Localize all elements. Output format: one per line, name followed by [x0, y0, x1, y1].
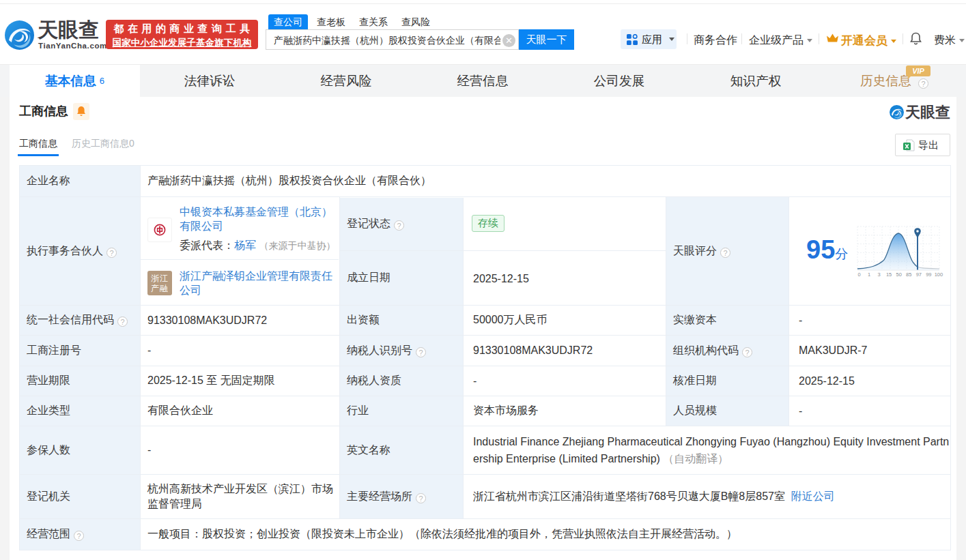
- svg-text:3: 3: [878, 271, 881, 278]
- svg-text:0: 0: [857, 271, 860, 278]
- svg-text:15: 15: [886, 271, 892, 278]
- svg-text:85: 85: [906, 271, 911, 278]
- svg-text:50: 50: [896, 271, 902, 278]
- svg-text:99: 99: [926, 271, 931, 278]
- svg-text:97: 97: [916, 271, 922, 278]
- svg-text:1: 1: [868, 271, 870, 278]
- svg-text:100: 100: [935, 271, 943, 278]
